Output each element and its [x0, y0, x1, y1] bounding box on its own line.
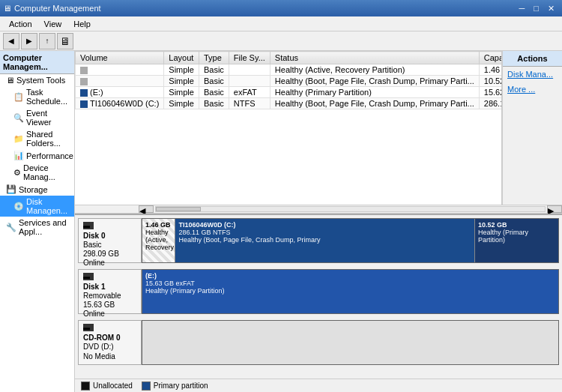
tree-label-event-viewer: Event Viewer: [26, 109, 71, 127]
action-link-1[interactable]: More ...: [503, 82, 562, 97]
volume-icon: [80, 78, 88, 85]
cell-3-4: Healthy (Boot, Page File, Crash Dump, Pr…: [270, 98, 479, 109]
tree-item-storage[interactable]: 💾Storage: [0, 183, 74, 196]
cell-1-0: [76, 76, 164, 87]
partition-label-disk0-1-2: Healthy (Boot, Page File, Crash Dump, Pr…: [178, 236, 471, 244]
disk-area: ▬Disk 0Basic298.09 GBOnline1.46 GBHealth…: [75, 214, 562, 379]
tree-item-event-viewer[interactable]: 🔍Event Viewer: [0, 107, 74, 128]
cell-1-2: Basic: [199, 76, 229, 87]
tree-icon-storage: 💾: [6, 184, 16, 194]
disk-partitions-cdrom0: [142, 320, 559, 365]
partition-label-disk1-0-2: Healthy (Primary Partition): [145, 287, 555, 295]
table-row[interactable]: TI106046W0D (C:)SimpleBasicNTFSHealthy (…: [76, 98, 503, 109]
cell-0-0: [76, 64, 164, 76]
tree-item-system-tools[interactable]: 🖥System Tools: [0, 74, 74, 86]
col-header-4[interactable]: Status: [270, 52, 479, 64]
cell-0-1: Simple: [164, 64, 199, 76]
actions-links: Disk Mana...More ...: [503, 67, 562, 97]
col-header-2[interactable]: Type: [199, 52, 229, 64]
tree-icon-event-viewer: 🔍: [13, 113, 24, 123]
close-button[interactable]: ✕: [543, 4, 559, 13]
app-icon: 🖥: [3, 4, 11, 13]
cell-1-5: 10.52 GB: [479, 76, 502, 87]
disk-icon-cdrom0: ▬: [83, 324, 94, 331]
scroll-right-btn[interactable]: ▶: [547, 205, 562, 213]
tree-label-disk-management: Disk Managen...: [26, 197, 71, 215]
menu-view[interactable]: View: [38, 18, 68, 30]
tree-label-services: Services and Appl...: [19, 218, 71, 236]
action-link-0[interactable]: Disk Mana...: [503, 67, 562, 82]
cell-2-3: exFAT: [229, 87, 270, 98]
menu-action[interactable]: Action: [3, 18, 38, 30]
partition-disk0-2[interactable]: 10.52 GBHealthy (Primary Partition): [475, 219, 558, 262]
left-panel-title: Computer Managem...: [0, 51, 74, 74]
cell-3-0: TI106046W0D (C:): [76, 98, 164, 109]
legend-unallocated: Unallocated: [81, 382, 133, 391]
col-header-3[interactable]: File Sy...: [229, 52, 270, 64]
scroll-track[interactable]: [155, 206, 546, 212]
tree-label-system-tools: System Tools: [16, 76, 65, 85]
no-media-cdrom0: [142, 321, 558, 364]
scroll-thumb[interactable]: [156, 207, 201, 211]
tree-label-shared-folders: Shared Folders...: [26, 130, 71, 148]
disk-name-disk1: Disk 1: [83, 283, 136, 291]
tree-container: 🖥System Tools📋Task Schedule...🔍Event Vie…: [0, 74, 74, 238]
volume-icon: [80, 100, 88, 108]
title-bar: 🖥 Computer Management ─ □ ✕: [0, 0, 562, 16]
tree-item-device-manager[interactable]: ⚙Device Manag...: [0, 162, 74, 183]
col-header-0[interactable]: Volume: [76, 52, 164, 64]
disk-size-disk0: 298.09 GB: [83, 250, 136, 258]
cell-2-2: Basic: [199, 87, 229, 98]
partition-disk0-1[interactable]: TI106046W0D (C:)286.11 GB NTFSHealthy (B…: [175, 219, 475, 262]
tree-item-performance[interactable]: 📊Performance: [0, 149, 74, 162]
toolbar-btn-3[interactable]: ↑: [39, 33, 55, 49]
disk-type-disk1: Removable: [83, 292, 136, 300]
disk-status-cdrom0: No Media: [83, 352, 136, 361]
disk-icon-disk0: ▬: [83, 222, 94, 229]
disk-table: VolumeLayoutTypeFile Sy...StatusCapacity…: [75, 51, 502, 109]
tree-item-task-schedule[interactable]: 📋Task Schedule...: [0, 86, 74, 107]
tree-icon-performance: 📊: [13, 151, 24, 160]
volume-icon: [80, 89, 88, 97]
scroll-left-btn[interactable]: ◀: [139, 205, 154, 213]
toolbar-btn-1[interactable]: ◀: [3, 33, 19, 49]
title-bar-text: Computer Management: [14, 4, 101, 13]
tree-icon-shared-folders: 📁: [13, 134, 24, 144]
col-header-1[interactable]: Layout: [164, 52, 199, 64]
table-row[interactable]: SimpleBasicHealthy (Boot, Page File, Cra…: [76, 76, 503, 87]
legend-box-primary: [142, 382, 151, 391]
disk-row-disk1: ▬Disk 1Removable15.63 GBOnline(E:)15.63 …: [78, 269, 559, 314]
toolbar-btn-4[interactable]: 🖥: [57, 33, 73, 49]
legend-label-primary: Primary partition: [154, 382, 208, 390]
disk-label-cdrom0: ▬CD-ROM 0DVD (D:)No Media: [78, 320, 142, 365]
minimize-button[interactable]: ─: [515, 4, 530, 13]
disk-status-disk1: Online: [83, 310, 136, 318]
table-row[interactable]: (E:)SimpleBasicexFATHealthy (Primary Par…: [76, 87, 503, 98]
table-row[interactable]: SimpleBasicHealthy (Active, Recovery Par…: [76, 64, 503, 76]
tree-icon-task-schedule: 📋: [13, 92, 24, 102]
cell-2-0: (E:): [76, 87, 164, 98]
partition-label-disk0-0-0: 1.46 GB: [145, 221, 172, 229]
tree-item-disk-management[interactable]: 💿Disk Managen...: [0, 196, 74, 217]
legend-box-unallocated: [81, 382, 90, 391]
partition-disk0-0[interactable]: 1.46 GBHealthy (Active, Recovery: [142, 219, 175, 262]
table-body: SimpleBasicHealthy (Active, Recovery Par…: [76, 64, 503, 109]
partition-label-disk0-0-1: Healthy (Active, Recovery: [145, 229, 172, 251]
disk-row-disk0: ▬Disk 0Basic298.09 GBOnline1.46 GBHealth…: [78, 218, 559, 263]
toolbar-btn-2[interactable]: ▶: [21, 33, 37, 49]
tree-label-performance: Performance: [26, 151, 73, 160]
cell-1-1: Simple: [164, 76, 199, 87]
tree-item-services[interactable]: 🔧Services and Appl...: [0, 217, 74, 238]
legend-primary: Primary partition: [142, 382, 208, 391]
disk-type-disk0: Basic: [83, 241, 136, 249]
cell-1-4: Healthy (Boot, Page File, Crash Dump, Pr…: [270, 76, 479, 87]
partition-disk1-0[interactable]: (E:)15.63 GB exFATHealthy (Primary Parti…: [142, 270, 558, 313]
maximize-button[interactable]: □: [529, 4, 543, 13]
menu-help[interactable]: Help: [67, 18, 97, 30]
table-area[interactable]: VolumeLayoutTypeFile Sy...StatusCapacity…: [75, 51, 502, 205]
col-header-5[interactable]: Capacity: [479, 52, 502, 64]
partition-label-disk1-0-0: (E:): [145, 272, 555, 280]
table-scrollbar[interactable]: ◀ ▶: [75, 205, 562, 214]
tree-item-shared-folders[interactable]: 📁Shared Folders...: [0, 128, 74, 149]
tree-icon-system-tools: 🖥: [6, 76, 14, 85]
